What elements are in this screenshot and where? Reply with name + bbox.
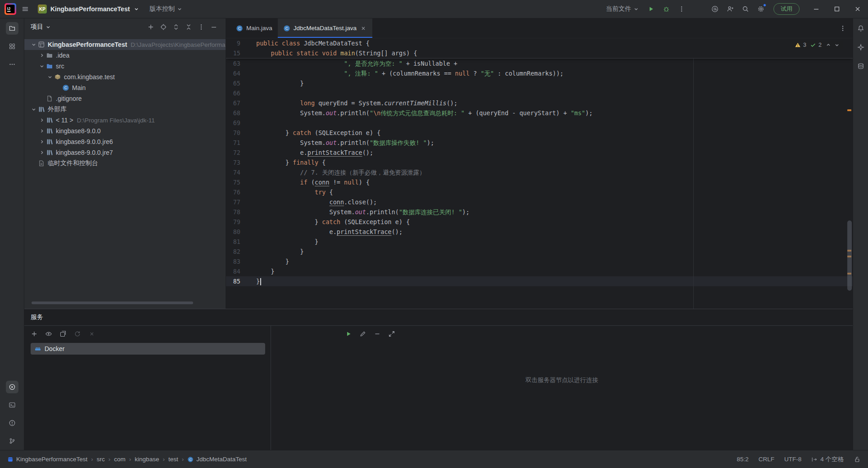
refresh-button[interactable] bbox=[72, 328, 83, 339]
run-configuration-selector[interactable]: 当前文件 bbox=[603, 3, 642, 15]
warning-stripe-mark[interactable] bbox=[847, 109, 851, 111]
tree-item-idea-folder[interactable]: .idea bbox=[24, 50, 226, 61]
code-line-68[interactable]: 68 System.out.println("\n传统方式元信息查询总耗时: "… bbox=[226, 108, 853, 118]
breadcrumb-item-kingbase[interactable]: kingbase bbox=[135, 456, 159, 463]
indent-widget[interactable]: 4 个空格 bbox=[811, 455, 844, 464]
code-line-73[interactable]: 73 } finally { bbox=[226, 158, 853, 167]
code-line-80[interactable]: 80 e.printStackTrace(); bbox=[226, 227, 853, 237]
chevron-right-icon[interactable] bbox=[38, 149, 46, 156]
services-panel-title[interactable]: 服务 bbox=[24, 309, 853, 326]
options-button[interactable] bbox=[196, 22, 207, 32]
more-run-options-button[interactable] bbox=[675, 3, 688, 15]
next-problem-icon[interactable] bbox=[834, 42, 840, 48]
more-tool-windows-button[interactable] bbox=[6, 58, 18, 71]
add-user-icon[interactable] bbox=[724, 3, 737, 15]
code-line-67[interactable]: 67 long queryEnd = System.currentTimeMil… bbox=[226, 98, 853, 108]
code-line-9[interactable]: 9public class JdbcMetaDataTest { bbox=[226, 38, 853, 48]
chevron-down-icon[interactable] bbox=[46, 73, 54, 81]
hide-panel-button[interactable] bbox=[208, 22, 219, 32]
tree-item-jdk-11[interactable]: < 11 >D:\Program Files\Java\jdk-11 bbox=[24, 115, 226, 126]
add-service-button[interactable] bbox=[29, 328, 40, 339]
project-tool-button[interactable] bbox=[6, 22, 18, 35]
tree-item-gitignore-file[interactable]: .gitignore bbox=[24, 93, 226, 104]
code-line-70[interactable]: 70 } catch (SQLException e) { bbox=[226, 128, 853, 138]
tree-item-external-libraries[interactable]: 外部库 bbox=[24, 104, 226, 115]
view-options-button[interactable] bbox=[43, 328, 54, 339]
code-line-85[interactable]: 85} bbox=[226, 276, 853, 286]
chevron-down-icon[interactable] bbox=[30, 41, 38, 48]
code-editor[interactable]: 63 ", 是否允许为空: " + isNullable +64 ", 注释: … bbox=[226, 58, 853, 309]
expand-all-button[interactable] bbox=[171, 22, 181, 32]
project-horizontal-scrollbar[interactable] bbox=[32, 302, 193, 304]
readonly-toggle[interactable] bbox=[854, 456, 861, 463]
code-line-71[interactable]: 71 System.out.println("数据库操作失败! "); bbox=[226, 138, 853, 148]
service-item-docker[interactable]: Docker bbox=[31, 343, 265, 355]
main-menu-button[interactable] bbox=[19, 3, 32, 15]
services-tool-button[interactable] bbox=[6, 381, 18, 393]
breadcrumb-item-src[interactable]: src bbox=[97, 456, 105, 463]
ai-assistant-button[interactable] bbox=[854, 41, 867, 54]
trial-badge[interactable]: 试用 bbox=[773, 3, 800, 15]
chevron-down-icon[interactable] bbox=[38, 63, 46, 70]
vcs-widget-button[interactable]: 版本控制 bbox=[146, 3, 186, 15]
code-line-66[interactable]: 66 bbox=[226, 88, 853, 98]
search-icon[interactable] bbox=[739, 3, 752, 15]
chevron-right-icon[interactable] bbox=[38, 138, 46, 145]
line-separator-widget[interactable]: CRLF bbox=[759, 456, 774, 463]
mentions-icon[interactable] bbox=[709, 3, 721, 15]
stop-button[interactable] bbox=[86, 328, 97, 339]
chevron-down-icon[interactable] bbox=[45, 24, 51, 30]
code-line-76[interactable]: 76 try { bbox=[226, 187, 853, 197]
encoding-widget[interactable]: UTF-8 bbox=[784, 456, 801, 463]
code-line-65[interactable]: 65 } bbox=[226, 78, 853, 88]
tree-item-project-root[interactable]: KingbasePerformanceTestD:\JavaProjects\K… bbox=[24, 39, 226, 50]
chevron-right-icon[interactable] bbox=[38, 117, 46, 124]
tab-options-button[interactable] bbox=[836, 22, 849, 35]
remove-service-button[interactable] bbox=[372, 328, 383, 339]
code-line-84[interactable]: 84 } bbox=[226, 266, 853, 276]
previous-problem-icon[interactable] bbox=[825, 42, 832, 48]
close-button[interactable] bbox=[847, 0, 868, 18]
code-line-79[interactable]: 79 } catch (SQLException e) { bbox=[226, 217, 853, 227]
breadcrumb-item-test[interactable]: test bbox=[168, 456, 178, 463]
open-in-new-tab-button[interactable] bbox=[58, 328, 68, 339]
debug-button[interactable] bbox=[660, 3, 673, 15]
notifications-button[interactable] bbox=[854, 22, 867, 35]
settings-icon[interactable] bbox=[755, 3, 767, 15]
database-button[interactable] bbox=[854, 60, 867, 72]
problems-tool-button[interactable] bbox=[6, 417, 18, 429]
code-line-15[interactable]: 15 public static void main(String[] args… bbox=[226, 48, 853, 58]
code-line-72[interactable]: 72 e.printStackTrace(); bbox=[226, 148, 853, 158]
tree-item-kingbase8-9-0-0-jre7[interactable]: kingbase8-9.0.0.jre7 bbox=[24, 147, 226, 158]
tree-item-package-com-kingbase-test[interactable]: com.kingbase.test bbox=[24, 72, 226, 82]
breadcrumb-item-kingbaseperformancetest[interactable]: KingbasePerformanceTest bbox=[7, 456, 87, 463]
edit-configuration-button[interactable] bbox=[357, 328, 368, 339]
structure-tool-button[interactable] bbox=[6, 40, 18, 53]
code-line-64[interactable]: 64 ", 注释: " + (columnRemarks == null ? "… bbox=[226, 68, 853, 78]
project-panel-title[interactable]: 项目 bbox=[31, 23, 43, 31]
code-line-77[interactable]: 77 conn.close(); bbox=[226, 197, 853, 207]
tab-jdbcmetadatatest-java[interactable]: CJdbcMetaDataTest.java bbox=[278, 18, 372, 38]
version-control-tool-button[interactable] bbox=[6, 435, 18, 447]
run-service-button[interactable] bbox=[343, 328, 354, 339]
add-button[interactable] bbox=[145, 22, 156, 32]
editor-vertical-scrollbar[interactable] bbox=[847, 220, 852, 291]
tree-item-kingbase8-9-0-0[interactable]: kingbase8-9.0.0 bbox=[24, 126, 226, 136]
code-line-69[interactable]: 69 bbox=[226, 118, 853, 128]
expand-button[interactable] bbox=[386, 328, 397, 339]
tree-item-scratches-and-consoles[interactable]: 临时文件和控制台 bbox=[24, 158, 226, 169]
chevron-right-icon[interactable] bbox=[38, 127, 46, 135]
project-widget-button[interactable]: KP KingbasePerformanceTest bbox=[34, 3, 143, 15]
tree-item-class-main[interactable]: CMain bbox=[24, 82, 226, 93]
chevron-down-icon[interactable] bbox=[30, 106, 38, 113]
tab-main-java[interactable]: CMain.java bbox=[231, 18, 278, 38]
breadcrumb-item-jdbcmetadatatest[interactable]: CJdbcMetaDataTest bbox=[187, 456, 247, 463]
run-button[interactable] bbox=[645, 3, 657, 15]
inspections-widget[interactable]: 3 2 bbox=[792, 41, 843, 49]
terminal-tool-button[interactable] bbox=[6, 399, 18, 411]
minimize-button[interactable] bbox=[806, 0, 827, 18]
code-line-74[interactable]: 74 // 7. 关闭连接（新手必做，避免资源泄露） bbox=[226, 167, 853, 177]
code-line-78[interactable]: 78 System.out.println("数据库连接已关闭! "); bbox=[226, 207, 853, 217]
maximize-button[interactable] bbox=[827, 0, 847, 18]
tree-item-src-folder[interactable]: src bbox=[24, 61, 226, 72]
